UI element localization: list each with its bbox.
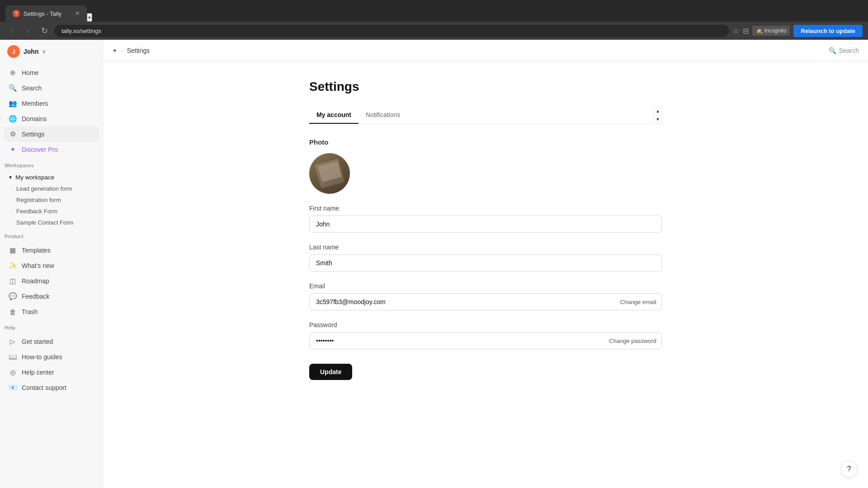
sidebar-item-lead-gen[interactable]: Lead generation form — [4, 183, 99, 194]
sidebar-item-label: Discover Pro — [22, 146, 58, 153]
sample-contact-label: Sample Contact Form — [16, 219, 73, 226]
get-started-icon: ▷ — [8, 337, 17, 346]
password-group: Password Change password — [309, 321, 662, 349]
breadcrumb: ✦ › Settings — [112, 47, 150, 54]
scroll-up-button[interactable]: ▲ — [654, 107, 661, 115]
sidebar-item-domains[interactable]: 🌐 Domains — [4, 111, 99, 127]
domains-icon: 🌐 — [8, 114, 17, 123]
settings-icon: ⚙ — [8, 130, 17, 139]
sidebar-item-label: Templates — [22, 247, 51, 254]
address-bar[interactable] — [54, 25, 729, 37]
last-name-label: Last name — [309, 244, 662, 251]
sidebar-item-settings[interactable]: ⚙ Settings — [4, 127, 99, 142]
sidebar-item-feedback-form[interactable]: Feedback Form — [4, 206, 99, 217]
email-group: Email Change email — [309, 282, 662, 310]
sidebar-user-header[interactable]: J John ∨ — [0, 40, 103, 63]
first-name-label: First name — [309, 205, 662, 212]
first-name-group: First name — [309, 205, 662, 233]
workspace-name: My workspace — [15, 174, 54, 181]
reload-button[interactable]: ↻ — [38, 24, 51, 37]
browser-chrome: T Settings - Tally × + — [0, 0, 868, 22]
chevron-down-icon: ∨ — [42, 48, 46, 55]
sidebar-item-members[interactable]: 👥 Members — [4, 96, 99, 111]
last-name-group: Last name — [309, 244, 662, 272]
breadcrumb-current: Settings — [127, 47, 150, 54]
sidebar-item-label: Settings — [22, 131, 45, 138]
tab-scroll-controls: ▲ ▼ — [654, 107, 662, 124]
password-label: Password — [309, 321, 662, 328]
email-label: Email — [309, 282, 662, 290]
lead-gen-label: Lead generation form — [16, 185, 72, 192]
sidebar-item-label: Home — [22, 69, 38, 76]
tab-close-button[interactable]: × — [75, 9, 80, 18]
first-name-input[interactable] — [309, 216, 662, 233]
app-layout: J John ∨ ⊕ Home 🔍 Search 👥 Members 🌐 Dom… — [0, 40, 868, 488]
sidebar-item-discover-pro[interactable]: ✦ Discover Pro — [4, 142, 99, 157]
workspaces-nav: ▼ My workspace Lead generation form Regi… — [0, 170, 103, 230]
scroll-down-button[interactable]: ▼ — [654, 115, 661, 123]
new-tab-button[interactable]: + — [87, 13, 92, 22]
sidebar-item-label: Get started — [22, 338, 53, 345]
browser-tabs: T Settings - Tally × + — [5, 0, 92, 22]
bookmark-icon[interactable]: ☆ — [733, 27, 739, 35]
sidebar-item-sample-contact[interactable]: Sample Contact Form — [4, 217, 99, 228]
search-icon: 🔍 — [829, 47, 836, 54]
roadmap-icon: ◫ — [8, 277, 17, 286]
workspace-toggle[interactable]: ▼ My workspace — [4, 172, 99, 183]
sidebar-item-trash[interactable]: 🗑 Trash — [4, 304, 99, 319]
update-button[interactable]: Update — [309, 364, 352, 380]
avatar-photo[interactable] — [309, 153, 350, 194]
sparkle-icon: ✦ — [8, 145, 17, 154]
help-nav: ▷ Get started 📖 How-to guides ◎ Help cen… — [0, 332, 103, 397]
sidebar-item-home[interactable]: ⊕ Home — [4, 65, 99, 80]
photo-label: Photo — [309, 138, 662, 146]
sidebar-item-roadmap[interactable]: ◫ Roadmap — [4, 273, 99, 289]
change-password-button[interactable]: Change password — [609, 338, 656, 344]
tab-favicon: T — [13, 10, 20, 17]
sidebar-item-get-started[interactable]: ▷ Get started — [4, 334, 99, 349]
tab-notifications[interactable]: Notifications — [359, 107, 407, 124]
sidebar: J John ∨ ⊕ Home 🔍 Search 👥 Members 🌐 Dom… — [0, 40, 103, 488]
forward-button[interactable]: › — [22, 24, 34, 37]
password-input-wrapper: Change password — [309, 332, 662, 349]
chevron-down-icon: ▼ — [8, 175, 13, 180]
sidebar-item-templates[interactable]: ▦ Templates — [4, 243, 99, 258]
help-bubble[interactable]: ? — [841, 461, 857, 477]
breadcrumb-tally-icon[interactable]: ✦ — [112, 47, 118, 54]
relaunch-button[interactable]: Relaunch to update — [793, 25, 863, 37]
email-input[interactable] — [309, 293, 662, 310]
trash-icon: 🗑 — [8, 307, 17, 316]
sidebar-item-label: Trash — [22, 308, 38, 315]
sidebar-item-registration[interactable]: Registration form — [4, 194, 99, 206]
photo-section: Photo — [309, 138, 662, 194]
settings-tabs: My account Notifications ▲ ▼ — [309, 107, 662, 124]
active-tab[interactable]: T Settings - Tally × — [5, 5, 87, 22]
feedback-form-label: Feedback Form — [16, 208, 57, 215]
layout-icon[interactable]: ⊟ — [743, 27, 749, 35]
sidebar-item-label: Feedback — [22, 293, 49, 300]
browser-toolbar: ‹ › ↻ ☆ ⊟ 🕵 Incognito Relaunch to update — [0, 22, 868, 40]
top-bar: ✦ › Settings 🔍 Search — [103, 40, 868, 61]
help-section-title: Help — [0, 321, 103, 332]
tab-my-account[interactable]: My account — [309, 107, 359, 124]
sidebar-item-how-to[interactable]: 📖 How-to guides — [4, 349, 99, 365]
contact-support-icon: 📧 — [8, 383, 17, 392]
breadcrumb-separator: › — [121, 47, 123, 54]
sidebar-item-label: Contact support — [22, 384, 66, 391]
sidebar-item-whats-new[interactable]: ✨ What's new — [4, 258, 99, 273]
registration-label: Registration form — [16, 197, 61, 203]
templates-icon: ▦ — [8, 246, 17, 255]
sidebar-item-help-center[interactable]: ◎ Help center — [4, 365, 99, 380]
top-bar-search-button[interactable]: 🔍 Search — [829, 47, 859, 54]
help-center-icon: ◎ — [8, 368, 17, 377]
settings-content: Settings My account Notifications ▲ ▼ Ph… — [291, 61, 680, 398]
feedback-icon: 💬 — [8, 292, 17, 301]
sidebar-item-contact-support[interactable]: 📧 Contact support — [4, 380, 99, 395]
toolbar-actions: ☆ ⊟ 🕵 Incognito Relaunch to update — [733, 25, 863, 37]
change-email-button[interactable]: Change email — [620, 299, 656, 305]
back-button[interactable]: ‹ — [5, 24, 18, 37]
last-name-input[interactable] — [309, 254, 662, 272]
user-name-label: John — [24, 48, 38, 55]
sidebar-item-search[interactable]: 🔍 Search — [4, 80, 99, 96]
sidebar-item-feedback[interactable]: 💬 Feedback — [4, 289, 99, 304]
